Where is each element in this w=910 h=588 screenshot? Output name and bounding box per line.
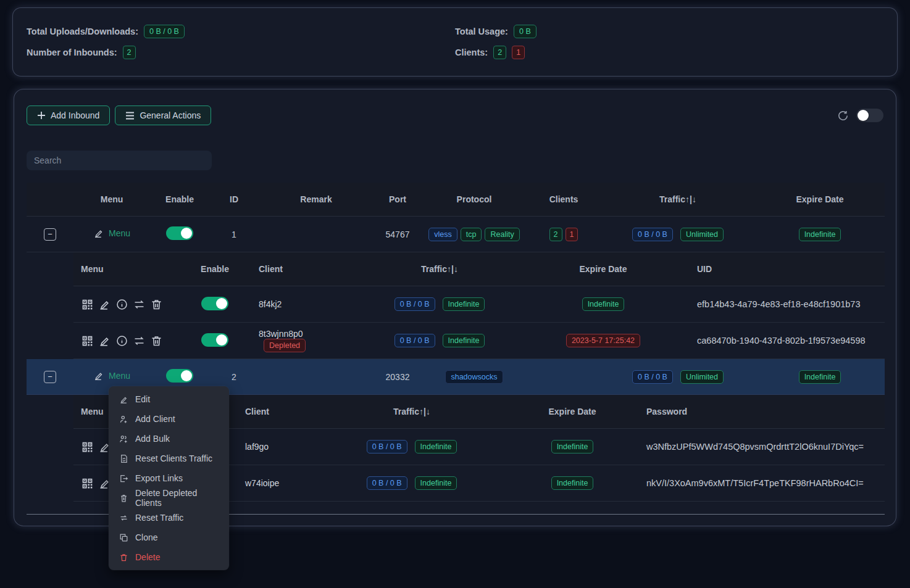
qrcode-icon[interactable] (81, 477, 94, 490)
hamburger-icon (125, 112, 135, 120)
menu-item-label: Edit (135, 394, 150, 404)
header-client: Client (239, 395, 325, 429)
general-actions-label: General Actions (140, 110, 201, 120)
edit-icon[interactable] (98, 298, 111, 311)
client-expire-badge: 2023-5-7 17:25:42 (566, 334, 640, 347)
delete-icon (119, 553, 128, 562)
client-uid: ca68470b-1940-437d-802b-1f9573e94598 (697, 336, 866, 346)
client-traffic-badges: 0 B / 0 B Indefinite (367, 476, 457, 490)
client-password: nkV/I/3XoAm9v6xMT/T5IcrF4TpeTKF98rHARbRo… (646, 478, 864, 488)
menu-item-label: Delete Depleted Clients (135, 488, 219, 508)
inbound-menu-button[interactable]: Menu (93, 370, 130, 381)
traffic-value-badge: 0 B / 0 B (632, 370, 673, 384)
client-enable-toggle[interactable] (201, 297, 228, 310)
client-expire-badge: Indefinite (551, 476, 594, 490)
reset-traffic-icon[interactable] (133, 298, 146, 311)
header-client-enable: Enable (191, 252, 239, 286)
reset-traffic-icon[interactable] (133, 334, 146, 347)
stats-panel: Total Uploads/Downloads: 0 B / 0 B Numbe… (12, 7, 898, 77)
number-of-inbounds-label: Number of Inbounds: (27, 48, 117, 57)
menu-item-reset-traffic[interactable]: Reset Traffic (109, 508, 229, 528)
add-inbound-label: Add Inbound (51, 110, 99, 120)
header-id: ID (209, 183, 259, 217)
menu-item-export-links[interactable]: Export Links (109, 468, 229, 488)
header-expand (27, 183, 73, 217)
collapse-row-button[interactable] (44, 371, 56, 383)
header-client-password: Password (646, 395, 885, 429)
info-icon[interactable] (115, 298, 128, 311)
plus-icon (37, 111, 46, 120)
header-expire-date: Expire Date (755, 183, 885, 217)
protocol-badge-vless: vless (428, 228, 457, 241)
menu-item-delete-depleted-clients[interactable]: Delete Depleted Clients (109, 488, 229, 508)
edit-pencil-icon (93, 370, 104, 381)
client-traffic-badges: 0 B / 0 B Indefinite (394, 297, 485, 311)
inbound-enable-toggle[interactable] (166, 226, 193, 240)
qrcode-icon[interactable] (81, 441, 94, 453)
toolbar-right (837, 109, 883, 122)
clients-active-badge: 2 (493, 46, 506, 59)
search-input[interactable] (27, 151, 212, 170)
inbound-port: 20332 (374, 359, 422, 395)
qrcode-icon[interactable] (81, 298, 94, 311)
inbound-1-expansion: Menu Enable Client Traffic↑|↓ Expire Dat… (27, 252, 885, 360)
number-of-inbounds-badge: 2 (123, 46, 136, 59)
menu-item-edit[interactable]: Edit (109, 389, 229, 409)
client-traffic-limit: Indefinite (415, 440, 457, 453)
client-name: 8t3wjnn8p0 (259, 329, 303, 339)
traffic-value-badge: 0 B / 0 B (632, 228, 673, 241)
clients-active-count: 2 (549, 228, 562, 241)
total-usage-badge: 0 B (514, 25, 536, 38)
header-traffic-sort[interactable]: Traffic↑|↓ (601, 183, 755, 217)
protocol-badge-reality: Reality (485, 228, 519, 241)
menu-item-delete[interactable]: Delete (109, 547, 229, 567)
total-uploads-downloads-badge: 0 B / 0 B (144, 25, 185, 38)
depleted-badge: Depleted (264, 339, 306, 352)
menu-item-add-bulk[interactable]: Add Bulk (109, 429, 229, 449)
header-protocol: Protocol (422, 183, 527, 217)
general-actions-button[interactable]: General Actions (115, 106, 211, 125)
expire-badge: Indefinite (799, 370, 841, 384)
client-enable-toggle[interactable] (201, 333, 228, 347)
client-traffic-limit: Indefinite (415, 476, 457, 490)
header-client-expire: Expire Date (498, 395, 646, 429)
info-icon[interactable] (115, 334, 128, 347)
clients-count-badges: 2 1 (549, 228, 578, 241)
client-table-header-row: Menu Enable Client Traffic↑|↓ Expire Dat… (73, 252, 885, 286)
edit-icon[interactable] (98, 334, 111, 347)
collapse-row-button[interactable] (44, 228, 56, 241)
inbound-enable-toggle[interactable] (166, 369, 193, 383)
user-add-icon (119, 415, 128, 424)
dark-mode-toggle[interactable] (856, 109, 883, 122)
inbound-id: 1 (209, 217, 259, 252)
menu-item-label: Clone (135, 532, 158, 542)
menu-item-add-client[interactable]: Add Client (109, 409, 229, 429)
client-traffic-badges: 0 B / 0 B Indefinite (394, 334, 485, 347)
qrcode-icon[interactable] (81, 334, 94, 347)
menu-item-reset-clients-traffic[interactable]: Reset Clients Traffic (109, 449, 229, 468)
inbound-menu-button[interactable]: Menu (93, 228, 130, 239)
menu-item-label: Add Bulk (135, 434, 170, 444)
total-usage-line: Total Usage: 0 B (455, 25, 883, 38)
traffic-badges: 0 B / 0 B Unlimited (632, 370, 724, 384)
client-traffic-limit: Indefinite (443, 334, 485, 347)
client-row-8t3wjnn8p0: 8t3wjnn8p0 Depleted 0 B / 0 B Indefinite (73, 323, 885, 359)
file-sync-icon (119, 454, 128, 463)
client-traffic-value: 0 B / 0 B (367, 440, 407, 453)
menu-item-clone[interactable]: Clone (109, 528, 229, 547)
header-client-traffic-sort[interactable]: Traffic↑|↓ (325, 395, 498, 429)
client-traffic-value: 0 B / 0 B (394, 334, 435, 347)
add-inbound-button[interactable]: Add Inbound (27, 106, 110, 125)
delete-icon[interactable] (150, 334, 163, 347)
header-menu: Menu (73, 183, 150, 217)
header-client-traffic-sort[interactable]: Traffic↑|↓ (350, 252, 529, 286)
menu-item-label: Delete (135, 552, 160, 562)
refresh-icon[interactable] (837, 110, 849, 122)
client-password: w3NfbzUPf5WWd745Q8pvsmQrdrttT2lO6knuI7Di… (646, 442, 864, 452)
traffic-badges: 0 B / 0 B Unlimited (632, 228, 724, 241)
client-traffic-badges: 0 B / 0 B Indefinite (367, 440, 457, 453)
protocol-badge-tcp: tcp (461, 228, 482, 241)
delete-icon[interactable] (150, 298, 163, 311)
copy-icon (119, 533, 128, 542)
header-client: Client (239, 252, 350, 286)
